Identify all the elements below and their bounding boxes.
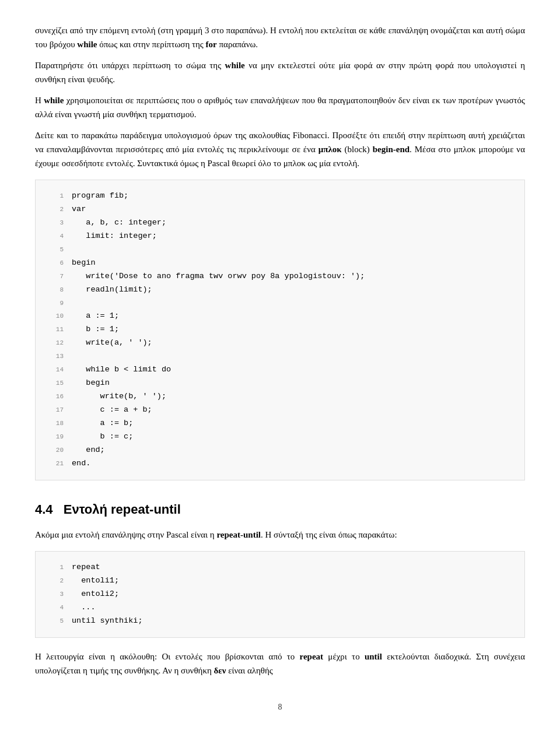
code-line-1: 1 program fib; — [47, 189, 513, 203]
code-content: repeat — [72, 561, 100, 574]
line-number: 1 — [47, 191, 64, 202]
code-line-19: 19 b := c; — [47, 430, 513, 444]
code-line-20: 20 end; — [47, 444, 513, 457]
line-number: 16 — [47, 391, 64, 402]
code-content: ... — [72, 601, 96, 615]
code-block-repeat-until: 1 repeat 2 entoli1; 3 entoli2; 4 ... 5 u… — [35, 551, 525, 638]
code-content: c := a + b; — [72, 403, 152, 417]
line-number: 5 — [47, 616, 64, 627]
code-line-15: 15 begin — [47, 377, 513, 390]
code-content: var — [72, 203, 86, 216]
code-content: end. — [72, 457, 90, 471]
paragraph-final: Η λειτουργία είναι η ακόλουθη: Οι εντολέ… — [35, 650, 525, 678]
line-number: 21 — [47, 458, 64, 469]
line-number: 12 — [47, 338, 64, 349]
code-content: write(b, ' '); — [72, 390, 166, 403]
line-number: 15 — [47, 378, 64, 389]
code-content: b := c; — [72, 430, 133, 444]
code-line-13: 13 — [47, 350, 513, 363]
code-line-9: 9 — [47, 297, 513, 310]
code-line-18: 18 a := b; — [47, 417, 513, 430]
code-line-17: 17 c := a + b; — [47, 403, 513, 417]
code-content: entoli1; — [72, 574, 119, 588]
line-number: 10 — [47, 311, 64, 322]
code-content: entoli2; — [72, 588, 119, 601]
code-line-r5: 5 until synthiki; — [47, 615, 513, 628]
line-number: 17 — [47, 405, 64, 416]
code-line-14: 14 while b < limit do — [47, 363, 513, 377]
code-content: a := 1; — [72, 310, 119, 323]
section-4-4-intro: Ακόμα μια εντολή επανάληψης στην Pascal … — [35, 528, 525, 542]
code-content: write(a, ' '); — [72, 336, 152, 350]
line-number: 18 — [47, 418, 64, 429]
code-line-16: 16 write(b, ' '); — [47, 390, 513, 403]
page-number: 8 — [35, 701, 525, 714]
code-line-21: 21 end. — [47, 457, 513, 471]
code-content: begin — [72, 377, 110, 390]
line-number: 4 — [47, 602, 64, 613]
line-number: 9 — [47, 298, 64, 309]
code-line-8: 8 readln(limit); — [47, 283, 513, 297]
line-number: 20 — [47, 445, 64, 456]
code-block-fibonacci: 1 program fib; 2 var 3 a, b, c: integer;… — [35, 180, 525, 480]
line-number: 5 — [47, 244, 64, 255]
code-line-4: 4 limit: integer; — [47, 230, 513, 243]
code-content: readln(limit); — [72, 283, 152, 297]
line-number: 2 — [47, 204, 64, 215]
line-number: 7 — [47, 271, 64, 282]
code-content: begin — [72, 257, 96, 270]
code-content: while b < limit do — [72, 363, 171, 377]
code-content: a, b, c: integer; — [72, 216, 166, 230]
paragraph-4: Δείτε και το παρακάτω παράδειγμα υπολογι… — [35, 128, 525, 170]
line-number: 3 — [47, 589, 64, 600]
code-line-6: 6 begin — [47, 257, 513, 270]
code-line-3: 3 a, b, c: integer; — [47, 216, 513, 230]
line-number: 11 — [47, 324, 64, 335]
code-line-12: 12 write(a, ' '); — [47, 336, 513, 350]
section-number: 4.4 — [35, 502, 53, 517]
line-number: 13 — [47, 351, 64, 362]
code-line-11: 11 b := 1; — [47, 323, 513, 336]
code-line-5: 5 — [47, 243, 513, 257]
code-content: program fib; — [72, 189, 128, 203]
line-number: 14 — [47, 364, 64, 375]
code-line-r2: 2 entoli1; — [47, 574, 513, 588]
paragraph-2: Παρατηρήστε ότι υπάρχει περίπτωση το σώμ… — [35, 58, 525, 86]
code-line-10: 10 a := 1; — [47, 310, 513, 323]
line-number: 1 — [47, 562, 64, 573]
line-number: 19 — [47, 431, 64, 443]
code-content: a := b; — [72, 417, 133, 430]
line-number: 8 — [47, 285, 64, 296]
code-content: end; — [72, 444, 105, 457]
paragraph-1: συνεχίζει από την επόμενη εντολή (στη γρ… — [35, 23, 525, 51]
code-content — [72, 297, 76, 310]
code-content: write('Dose to ano fragma twv orwv poy 8… — [72, 270, 365, 283]
line-number: 3 — [47, 217, 64, 229]
code-line-r1: 1 repeat — [47, 561, 513, 574]
line-number: 6 — [47, 258, 64, 269]
code-line-r3: 3 entoli2; — [47, 588, 513, 601]
code-content — [72, 243, 76, 257]
code-line-2: 2 var — [47, 203, 513, 216]
section-title: Εντολή repeat-until — [64, 502, 181, 517]
code-line-r4: 4 ... — [47, 601, 513, 615]
line-number: 2 — [47, 575, 64, 587]
code-content: limit: integer; — [72, 230, 157, 243]
code-content: until synthiki; — [72, 615, 143, 628]
line-number: 4 — [47, 231, 64, 242]
code-line-7: 7 write('Dose to ano fragma twv orwv poy… — [47, 270, 513, 283]
code-content: b := 1; — [72, 323, 119, 336]
paragraph-3: Η while χρησιμοποιείται σε περιπτώσεις π… — [35, 93, 525, 121]
code-content — [72, 350, 76, 363]
section-heading-4-4: 4.4 Εντολή repeat-until — [35, 499, 525, 520]
